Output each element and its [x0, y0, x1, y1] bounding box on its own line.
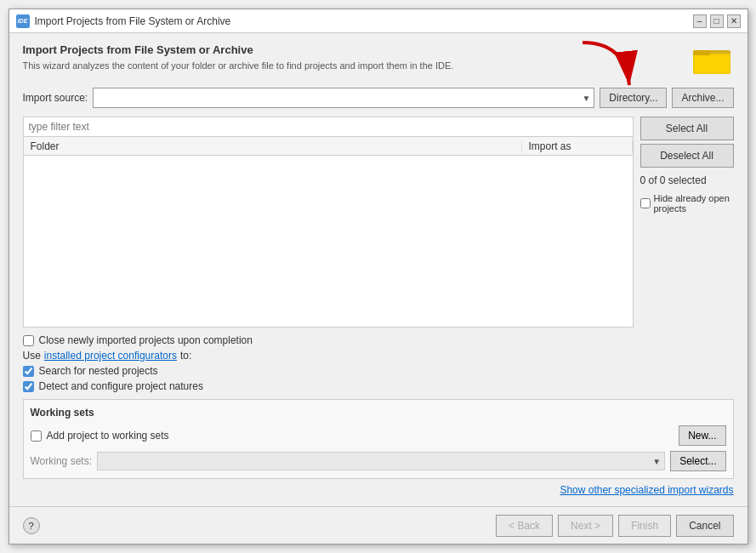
- help-button[interactable]: ?: [23, 517, 40, 534]
- content-area: Import Projects from File System or Arch…: [9, 33, 747, 506]
- hide-open-checkbox[interactable]: [640, 198, 651, 208]
- working-sets-label: Working sets:: [31, 455, 92, 467]
- import-source-combo[interactable]: ▼: [93, 88, 594, 108]
- new-working-set-button[interactable]: New...: [679, 425, 725, 446]
- add-working-sets-label: Add project to working sets: [47, 430, 169, 442]
- configurators-link[interactable]: installed project configurators: [44, 350, 177, 362]
- hide-open-row: Hide already open projects: [640, 193, 734, 214]
- right-panel: Select All Deselect All 0 of 0 selected …: [640, 117, 734, 328]
- use-configurators-row: Use installed project configurators to:: [23, 350, 734, 362]
- folder-svg: [693, 43, 734, 77]
- working-sets-add-row: Add project to working sets New...: [31, 425, 726, 446]
- selected-count: 0 of 0 selected: [640, 174, 734, 186]
- deselect-all-button[interactable]: Deselect All: [640, 144, 734, 168]
- search-nested-label: Search for nested projects: [39, 365, 158, 377]
- close-button[interactable]: ✕: [727, 14, 741, 28]
- working-sets-input-row: Working sets: ▼ Select...: [31, 451, 726, 471]
- bottom-section: Close newly imported projects upon compl…: [23, 334, 734, 392]
- specialized-import-link[interactable]: Show other specialized import wizards: [560, 484, 733, 496]
- left-panel: Folder Import as: [23, 117, 634, 328]
- combo-dropdown-icon: ▼: [582, 94, 590, 103]
- import-source-row: Import source: ▼ Directory... Archive...: [23, 88, 734, 108]
- dialog: IDE Import Projects from File System or …: [9, 9, 748, 544]
- detect-natures-checkbox[interactable]: [23, 381, 34, 392]
- working-sets-section: Working sets Add project to working sets…: [23, 399, 734, 479]
- table-header: Folder Import as: [24, 137, 633, 156]
- minimize-button[interactable]: –: [693, 14, 707, 28]
- use-text: Use: [23, 350, 41, 362]
- folder-column-header: Folder: [24, 140, 522, 152]
- folder-icon: [693, 43, 734, 77]
- maximize-button[interactable]: □: [710, 14, 724, 28]
- finish-button[interactable]: Finish: [618, 515, 671, 537]
- header-title: Import Projects from File System or Arch…: [23, 43, 679, 56]
- working-sets-dropdown-icon: ▼: [652, 457, 661, 466]
- import-source-label: Import source:: [23, 92, 88, 104]
- filter-input[interactable]: [23, 117, 634, 137]
- svg-rect-2: [693, 50, 710, 55]
- header-section: Import Projects from File System or Arch…: [23, 43, 734, 77]
- next-button[interactable]: Next >: [558, 515, 613, 537]
- footer: ? < Back Next > Finish Cancel: [9, 506, 747, 544]
- close-newly-checkbox[interactable]: [23, 335, 34, 346]
- link-suffix: to:: [180, 350, 191, 362]
- search-nested-checkbox[interactable]: [23, 366, 34, 377]
- footer-left: ?: [23, 517, 40, 534]
- svg-rect-3: [695, 55, 729, 72]
- title-bar-left: IDE Import Projects from File System or …: [16, 14, 231, 28]
- add-working-sets-checkbox[interactable]: [31, 430, 42, 442]
- title-bar: IDE Import Projects from File System or …: [9, 9, 747, 33]
- footer-right: < Back Next > Finish Cancel: [496, 515, 733, 537]
- ide-icon: IDE: [16, 14, 30, 28]
- title-bar-title: Import Projects from File System or Arch…: [35, 15, 231, 27]
- import-as-column-header: Import as: [522, 140, 633, 152]
- import-source-area: Import source: ▼ Directory... Archive...: [23, 88, 734, 117]
- header-text: Import Projects from File System or Arch…: [23, 43, 679, 72]
- select-all-button[interactable]: Select All: [640, 117, 734, 140]
- title-bar-controls: – □ ✕: [693, 14, 741, 28]
- specialized-link-row: Show other specialized import wizards: [23, 484, 734, 496]
- table-container: Folder Import as: [23, 137, 634, 328]
- main-area: Folder Import as Select All Deselect All…: [23, 117, 734, 328]
- close-newly-row: Close newly imported projects upon compl…: [23, 334, 734, 346]
- detect-natures-row: Detect and configure project natures: [23, 380, 734, 392]
- hide-open-label: Hide already open projects: [654, 193, 734, 214]
- working-sets-title: Working sets: [31, 407, 726, 419]
- select-working-set-button[interactable]: Select...: [670, 451, 725, 471]
- close-newly-label: Close newly imported projects upon compl…: [39, 334, 253, 346]
- working-sets-combo[interactable]: ▼: [97, 452, 665, 470]
- back-button[interactable]: < Back: [496, 515, 553, 537]
- directory-button[interactable]: Directory...: [600, 88, 667, 108]
- cancel-button[interactable]: Cancel: [676, 515, 733, 537]
- detect-natures-label: Detect and configure project natures: [39, 380, 203, 392]
- search-nested-row: Search for nested projects: [23, 365, 734, 377]
- archive-button[interactable]: Archive...: [672, 88, 733, 108]
- header-description: This wizard analyzes the content of your…: [23, 60, 679, 72]
